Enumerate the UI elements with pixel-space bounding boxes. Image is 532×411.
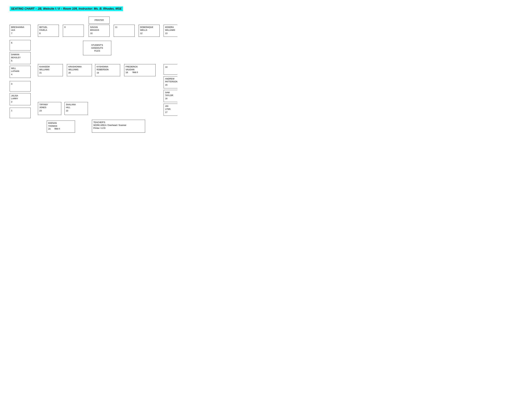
seat-14: 14	[164, 64, 177, 75]
seat-11: 11	[114, 25, 135, 37]
seating-chart: PRINTER BRESHANNALEA 7 BETUELFAVELA 8 9 …	[10, 17, 177, 149]
seat-1: 1	[10, 108, 31, 118]
seat-sam: SAMTAYLOR 16	[164, 90, 177, 102]
seat-kyshonna: KYSHONNAROBERSON 19	[95, 64, 120, 76]
page-title: SEATING CHART – 2B, Website I / II – Roo…	[10, 6, 171, 15]
seat-3: 3	[10, 81, 31, 92]
seat-frederick: FREDERICKVAUGHN 18 Web II	[124, 64, 156, 76]
seat-9: 9	[63, 25, 84, 37]
seat-jalisa: JALISALARRY 2	[10, 93, 31, 105]
teachers-work-area-box: TEACHER'SWORK AREA / Overhead / ScannerP…	[92, 120, 145, 133]
seat-domonique: DOMONIQUEWELLS 12	[139, 25, 160, 37]
seat-kendra: KENDRAWILLIAMS 13	[164, 25, 177, 37]
printer-box: PRINTER	[89, 17, 110, 24]
seat-keenan: KEENANTHOMAS 24 Web II	[47, 121, 75, 133]
seat-will: WILLLATHAN 4	[10, 66, 31, 78]
seat-joi: JOILYNN 17	[164, 104, 177, 116]
seat-shalana: SHALANAHILL 22	[65, 102, 88, 115]
seat-damian: DAMIANBEASLEY 5	[10, 52, 31, 64]
seat-davian: DAVIANBRAGGS 10	[89, 25, 110, 37]
seat-tiffany: TIFFANYJONES 23	[38, 102, 61, 115]
students-handouts-box: STUDENT'SHANDOUTSFILES	[83, 41, 111, 55]
seat-6: 6	[10, 40, 31, 50]
seat-khakeem: KHAKEEMWILLIAMS 21	[38, 64, 63, 76]
seat-krashonna: KRASHONNAWILLIAMS 20	[67, 64, 92, 76]
seat-breshanna: BRESHANNALEA 7	[10, 25, 31, 37]
seat-andrew: ANDREWPATTERSON 15	[164, 76, 177, 88]
seat-betuel: BETUELFAVELA 8	[38, 25, 59, 37]
